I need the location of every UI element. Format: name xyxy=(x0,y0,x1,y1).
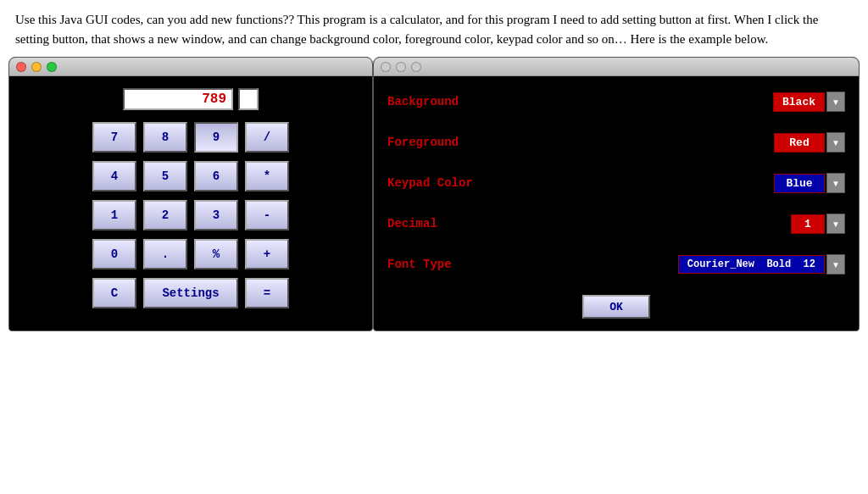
foreground-value: Red xyxy=(774,133,825,153)
settings-maximize-btn[interactable] xyxy=(411,62,421,72)
btn-2[interactable]: 2 xyxy=(143,200,187,230)
settings-row-keypad: Keypad Color Blue ▼ xyxy=(387,166,845,200)
settings-row-background: Background Black ▼ xyxy=(387,85,845,119)
btn-add[interactable]: + xyxy=(245,239,289,269)
decimal-dropdown[interactable]: ▼ xyxy=(826,214,845,234)
settings-minimize-btn[interactable] xyxy=(396,62,406,72)
keypad-value: Blue xyxy=(774,174,825,193)
btn-4[interactable]: 4 xyxy=(92,161,136,191)
btn-settings[interactable]: Settings xyxy=(143,278,238,308)
calc-row-2: 4 5 6 * xyxy=(23,161,359,191)
settings-ok-row: OK xyxy=(387,295,845,319)
calc-minimize-btn[interactable] xyxy=(31,62,42,72)
foreground-control: Red ▼ xyxy=(774,132,845,153)
background-value: Black xyxy=(773,92,825,112)
calc-display-row xyxy=(23,88,359,110)
decimal-control: 1 ▼ xyxy=(791,214,845,234)
calc-row-4: 0 . % + xyxy=(23,239,359,269)
btn-decimal[interactable]: . xyxy=(143,239,187,269)
keypad-label: Keypad Color xyxy=(387,176,774,190)
btn-equals[interactable]: = xyxy=(245,278,289,308)
settings-close-btn[interactable] xyxy=(381,62,391,72)
calc-maximize-btn[interactable] xyxy=(47,62,57,72)
keypad-dropdown[interactable]: ▼ xyxy=(826,173,845,193)
keypad-control: Blue ▼ xyxy=(774,173,845,193)
foreground-label: Foreground xyxy=(387,136,774,149)
settings-body: Background Black ▼ Foreground Red ▼ Keyp… xyxy=(374,76,859,330)
btn-0[interactable]: 0 xyxy=(92,239,136,269)
btn-multiply[interactable]: * xyxy=(245,161,289,191)
calc-row-3: 1 2 3 - xyxy=(23,200,359,230)
settings-titlebar xyxy=(374,58,859,76)
font-control: Courier_New Bold 12 ▼ xyxy=(678,254,845,275)
calc-display[interactable] xyxy=(123,88,233,110)
btn-6[interactable]: 6 xyxy=(194,161,238,191)
description-content: Use this Java GUI codes, can you add new… xyxy=(15,13,818,46)
foreground-dropdown[interactable]: ▼ xyxy=(826,132,845,153)
btn-3[interactable]: 3 xyxy=(194,200,238,230)
btn-7[interactable]: 7 xyxy=(92,122,136,153)
btn-clear[interactable]: C xyxy=(92,278,136,308)
calc-body: 7 8 9 / 4 5 6 * 1 2 3 - 0 . xyxy=(9,76,372,320)
background-dropdown[interactable]: ▼ xyxy=(826,92,845,112)
calc-row-5: C Settings = xyxy=(23,278,359,308)
ok-button[interactable]: OK xyxy=(582,295,650,319)
background-control: Black ▼ xyxy=(773,92,845,112)
btn-divide[interactable]: / xyxy=(245,122,289,153)
btn-1[interactable]: 1 xyxy=(92,200,136,230)
calculator-window: 7 8 9 / 4 5 6 * 1 2 3 - 0 . xyxy=(8,57,373,331)
background-label: Background xyxy=(387,95,773,108)
font-dropdown[interactable]: ▼ xyxy=(826,254,845,275)
btn-8[interactable]: 8 xyxy=(143,122,187,153)
windows-container: 7 8 9 / 4 5 6 * 1 2 3 - 0 . xyxy=(8,57,860,331)
btn-percent[interactable]: % xyxy=(194,239,238,269)
calc-titlebar xyxy=(9,58,372,76)
font-value: Courier_New Bold 12 xyxy=(678,255,825,274)
decimal-value: 1 xyxy=(791,214,825,234)
settings-row-font: Font Type Courier_New Bold 12 ▼ xyxy=(387,247,845,281)
calc-row-1: 7 8 9 / xyxy=(23,122,359,153)
decimal-label: Decimal xyxy=(387,217,791,230)
btn-5[interactable]: 5 xyxy=(143,161,187,191)
calc-close-btn[interactable] xyxy=(16,62,26,72)
btn-subtract[interactable]: - xyxy=(245,200,289,230)
settings-row-foreground: Foreground Red ▼ xyxy=(387,125,845,159)
btn-9[interactable]: 9 xyxy=(194,122,238,153)
settings-row-decimal: Decimal 1 ▼ xyxy=(387,207,845,241)
description-text: Use this Java GUI codes, can you add new… xyxy=(0,0,868,57)
settings-window: Background Black ▼ Foreground Red ▼ Keyp… xyxy=(373,57,860,331)
font-label: Font Type xyxy=(387,258,678,271)
calc-display-small xyxy=(238,88,259,110)
